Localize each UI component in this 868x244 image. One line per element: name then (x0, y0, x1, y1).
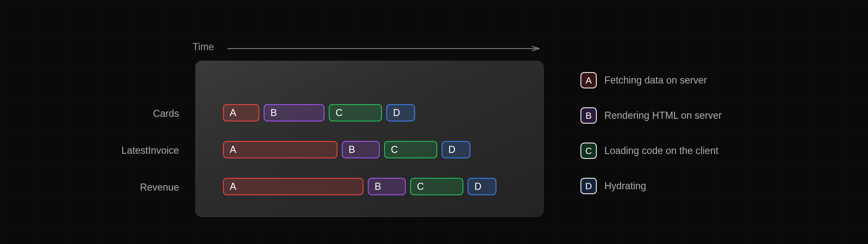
legend-badge-c: C (581, 143, 597, 159)
diagram-stage: Time Cards LatestInvoice Revenue ABCDABC… (0, 0, 868, 244)
segment-b: B (368, 178, 406, 195)
segment-b: B (342, 141, 380, 158)
segment-a: A (223, 178, 364, 195)
segment-d: D (468, 178, 496, 195)
legend-item-c: CLoading code on the client (581, 143, 722, 159)
legend: AFetching data on serverBRendering HTML … (581, 72, 722, 213)
segment-a: A (223, 104, 259, 121)
legend-badge-d: D (581, 178, 597, 194)
time-arrow-icon (227, 46, 540, 51)
row-label-latestinvoice: LatestInvoice (103, 145, 179, 156)
row-label-revenue: Revenue (103, 182, 179, 193)
timeline-row: ABCD (223, 141, 496, 158)
timeline-row: ABCD (223, 104, 496, 121)
segment-d: D (442, 141, 470, 158)
timeline-row: ABCD (223, 178, 496, 195)
legend-item-d: DHydrating (581, 178, 722, 194)
legend-badge-b: B (581, 108, 597, 124)
legend-label: Hydrating (604, 180, 646, 192)
segment-d: D (386, 104, 415, 121)
segment-c: C (410, 178, 463, 195)
segment-c: C (329, 104, 382, 121)
legend-badge-a: A (581, 72, 597, 88)
timeline-rows: ABCDABCDABCD (223, 104, 496, 215)
legend-item-a: AFetching data on server (581, 72, 722, 88)
time-axis-label: Time (193, 41, 214, 53)
legend-item-b: BRendering HTML on server (581, 108, 722, 124)
row-label-cards: Cards (103, 108, 179, 119)
legend-label: Fetching data on server (604, 74, 707, 86)
segment-b: B (264, 104, 324, 121)
legend-label: Loading code on the client (604, 145, 718, 156)
segment-c: C (384, 141, 437, 158)
segment-a: A (223, 141, 337, 158)
legend-label: Rendering HTML on server (604, 110, 722, 121)
